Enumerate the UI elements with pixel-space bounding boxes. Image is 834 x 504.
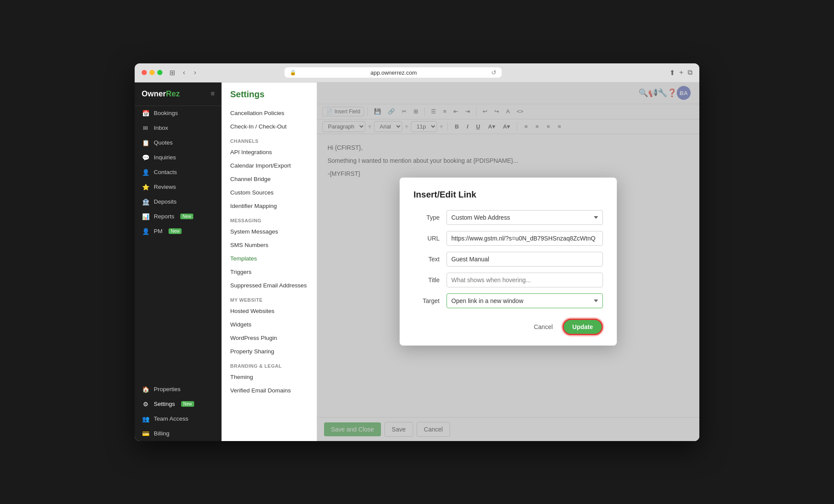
messaging-section-label: MESSAGING — [222, 213, 317, 225]
settings-identifier-mapping[interactable]: Identifier Mapping — [222, 199, 317, 213]
sidebar: OwnerRez ≡ 📅 Bookings ✉ Inbox 📋 Quotes — [135, 82, 222, 441]
sidebar-item-label: Contacts — [154, 169, 177, 175]
sidebar-item-reports[interactable]: 📊 Reports New — [135, 209, 222, 224]
settings-badge: New — [181, 401, 194, 407]
modal-title: Insert/Edit Link — [414, 190, 603, 200]
settings-wordpress-plugin[interactable]: WordPress Plugin — [222, 331, 317, 345]
sidebar-item-label: Settings — [154, 401, 175, 407]
sidebar-item-label: Bookings — [154, 110, 178, 116]
team-icon: 👥 — [142, 415, 149, 422]
insert-edit-link-modal: Insert/Edit Link Type Custom Web Address… — [400, 178, 617, 346]
menu-toggle-icon[interactable]: ≡ — [211, 90, 215, 98]
sidebar-item-pm[interactable]: 👤 PM New — [135, 224, 222, 239]
my-website-section-label: MY WEBSITE — [222, 292, 317, 304]
share-icon[interactable]: ⬆ — [669, 69, 675, 77]
settings-hosted-websites[interactable]: Hosted Websites — [222, 304, 317, 318]
text-label: Text — [414, 256, 440, 263]
sidebar-item-label: Reports — [154, 213, 174, 220]
browser-titlebar: ⊞ ‹ › 🔒 app.ownerrez.com ↺ ⬆ + ⧉ — [135, 63, 699, 82]
modal-overlay: Insert/Edit Link Type Custom Web Address… — [317, 82, 699, 441]
sidebar-item-label: Reviews — [154, 184, 176, 190]
type-row: Type Custom Web AddressEmail AddressPhon… — [414, 210, 603, 225]
settings-title: Settings — [222, 82, 317, 106]
channels-section-label: CHANNELS — [222, 133, 317, 145]
settings-panel: Settings Cancellation Policies Check-In … — [222, 82, 317, 441]
reports-badge: New — [180, 214, 193, 219]
logo-owner: Owner — [142, 89, 166, 98]
settings-icon: ⚙ — [142, 401, 149, 408]
type-select[interactable]: Custom Web AddressEmail AddressPhone Num… — [447, 210, 603, 225]
sidebar-item-inbox[interactable]: ✉ Inbox — [135, 121, 222, 135]
title-row: Title — [414, 273, 603, 287]
settings-calendar-import[interactable]: Calendar Import/Export — [222, 159, 317, 172]
sidebar-item-label: Inquiries — [154, 154, 176, 161]
reviews-icon: ⭐ — [142, 184, 149, 191]
lock-icon: 🔒 — [290, 69, 296, 76]
target-select[interactable]: Open link in a new windowOpen link in sa… — [447, 293, 603, 308]
app-layout: OwnerRez ≡ 📅 Bookings ✉ Inbox 📋 Quotes — [135, 82, 699, 441]
sidebar-item-inquiries[interactable]: 💬 Inquiries — [135, 150, 222, 165]
settings-templates[interactable]: Templates — [222, 252, 317, 265]
reports-icon: 📊 — [142, 213, 149, 220]
title-input[interactable] — [447, 273, 603, 287]
close-button[interactable] — [142, 70, 147, 75]
url-label: URL — [414, 235, 440, 242]
sidebar-item-label: PM — [154, 228, 162, 234]
sidebar-item-label: Team Access — [154, 415, 189, 422]
sidebar-nav: 📅 Bookings ✉ Inbox 📋 Quotes 💬 Inquiries … — [135, 106, 222, 239]
back-button[interactable]: ‹ — [180, 68, 188, 77]
settings-sms-numbers[interactable]: SMS Numbers — [222, 238, 317, 252]
sidebar-item-label: Deposits — [154, 198, 177, 205]
settings-suppressed-email[interactable]: Suppressed Email Addresses — [222, 279, 317, 292]
forward-button[interactable]: › — [191, 68, 199, 77]
target-row: Target Open link in a new windowOpen lin… — [414, 293, 603, 308]
url-row: URL — [414, 231, 603, 246]
sidebar-item-team[interactable]: 👥 Team Access — [135, 412, 222, 426]
sidebar-item-reviews[interactable]: ⭐ Reviews — [135, 180, 222, 194]
settings-api-integrations[interactable]: API Integrations — [222, 145, 317, 159]
traffic-lights — [142, 70, 162, 75]
app-logo: OwnerRez — [142, 89, 180, 99]
pm-icon: 👤 — [142, 228, 149, 235]
sidebar-item-deposits[interactable]: 🏦 Deposits — [135, 194, 222, 209]
text-input[interactable] — [447, 252, 603, 267]
sidebar-item-bookings[interactable]: 📅 Bookings — [135, 106, 222, 121]
settings-cancellation-policies[interactable]: Cancellation Policies — [222, 106, 317, 120]
settings-checkin-checkout[interactable]: Check-In / Check-Out — [222, 120, 317, 133]
deposits-icon: 🏦 — [142, 198, 149, 205]
window-icon[interactable]: ⧉ — [688, 69, 692, 76]
new-tab-icon[interactable]: + — [679, 69, 683, 76]
sidebar-item-billing[interactable]: 💳 Billing — [135, 426, 222, 441]
branding-section-label: BRANDING & LEGAL — [222, 358, 317, 370]
sidebar-item-label: Properties — [154, 386, 181, 392]
sidebar-item-quotes[interactable]: 📋 Quotes — [135, 135, 222, 150]
minimize-button[interactable] — [149, 70, 155, 75]
sidebar-item-properties[interactable]: 🏠 Properties — [135, 382, 222, 397]
refresh-icon[interactable]: ↺ — [491, 69, 496, 76]
settings-property-sharing[interactable]: Property Sharing — [222, 345, 317, 358]
sidebar-item-label: Quotes — [154, 139, 173, 146]
quotes-icon: 📋 — [142, 139, 149, 146]
address-bar: 🔒 app.ownerrez.com ↺ — [285, 67, 502, 78]
contacts-icon: 👤 — [142, 169, 149, 176]
url-text[interactable]: app.ownerrez.com — [300, 69, 488, 76]
maximize-button[interactable] — [157, 70, 162, 75]
logo-area: OwnerRez ≡ — [135, 82, 222, 106]
inbox-icon: ✉ — [142, 125, 149, 132]
settings-triggers[interactable]: Triggers — [222, 265, 317, 279]
settings-verified-email[interactable]: Verified Email Domains — [222, 384, 317, 397]
url-input[interactable] — [447, 231, 603, 246]
settings-widgets[interactable]: Widgets — [222, 318, 317, 331]
modal-cancel-button[interactable]: Cancel — [529, 320, 558, 334]
settings-theming[interactable]: Theming — [222, 370, 317, 384]
settings-custom-sources[interactable]: Custom Sources — [222, 186, 317, 199]
calendar-icon: 📅 — [142, 110, 149, 117]
modal-update-button[interactable]: Update — [563, 319, 603, 335]
settings-channel-bridge[interactable]: Channel Bridge — [222, 172, 317, 186]
sidebar-item-settings[interactable]: ⚙ Settings New — [135, 397, 222, 412]
settings-system-messages[interactable]: System Messages — [222, 225, 317, 238]
sidebar-item-contacts[interactable]: 👤 Contacts — [135, 165, 222, 180]
properties-icon: 🏠 — [142, 386, 149, 393]
billing-icon: 💳 — [142, 430, 149, 437]
sidebar-toggle-icon[interactable]: ⊞ — [169, 69, 175, 77]
